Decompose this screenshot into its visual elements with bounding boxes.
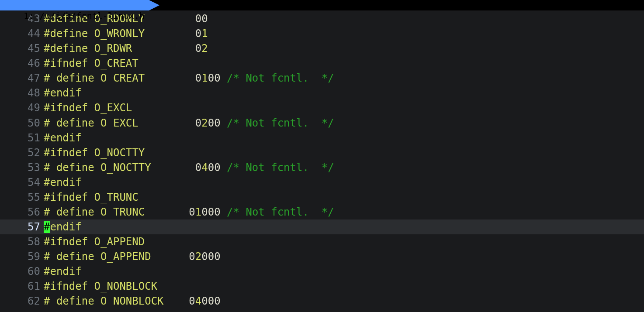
code-content: #define O_WRONLY 01 [44,26,644,41]
code-line[interactable]: 54#endif [0,175,644,190]
line-number: 54 [0,175,44,190]
code-line[interactable]: 50# define O_EXCL 0200 /* Not fcntl. */ [0,116,644,130]
code-content: #ifndef O_APPEND [44,234,644,249]
tab-file[interactable]: 1: /u/i/b/fcntl-linux.h [0,0,149,10]
line-number: 50 [0,116,44,130]
line-number: 52 [0,145,44,160]
code-content: #endif [44,264,644,279]
code-content: #define O_RDWR 02 [44,41,644,56]
line-number: 47 [0,71,44,86]
code-content: #endif [44,175,644,190]
code-line[interactable]: 56# define O_TRUNC 01000 /* Not fcntl. *… [0,205,644,219]
code-content: #endif [44,219,644,234]
line-number: 53 [0,160,44,175]
code-line[interactable]: 61#ifndef O_NONBLOCK [0,279,644,294]
cursor: # [44,221,50,233]
code-line[interactable]: 51#endif [0,130,644,145]
code-line[interactable]: 44#define O_WRONLY 01 [0,26,644,41]
line-number: 57 [0,219,44,234]
line-number: 48 [0,86,44,100]
line-number: 60 [0,264,44,279]
line-number: 45 [0,41,44,56]
tab-path: /u/i/b/fcntl-linux.h [39,10,145,21]
code-content: #ifndef O_EXCL [44,100,644,115]
code-content: # define O_TRUNC 01000 /* Not fcntl. */ [44,205,644,219]
editor-viewport[interactable]: 43#define O_RDONLY 0044#define O_WRONLY … [0,11,644,309]
code-line[interactable]: 55#ifndef O_TRUNC [0,190,644,205]
code-line[interactable]: 62# define O_NONBLOCK 04000 [0,294,644,309]
code-line[interactable]: 57#endif [0,219,644,234]
line-number: 56 [0,205,44,219]
line-number: 51 [0,130,44,145]
code-line[interactable]: 53# define O_NOCTTY 0400 /* Not fcntl. *… [0,160,644,175]
code-content: #endif [44,86,644,100]
code-content: #endif [44,130,644,145]
code-line[interactable]: 49#ifndef O_EXCL [0,100,644,115]
code-content: # define O_CREAT 0100 /* Not fcntl. */ [44,71,644,86]
code-line[interactable]: 58#ifndef O_APPEND [0,234,644,249]
code-line[interactable]: 47# define O_CREAT 0100 /* Not fcntl. */ [0,71,644,86]
code-content: # define O_APPEND 02000 [44,249,644,264]
code-line[interactable]: 59# define O_APPEND 02000 [0,249,644,264]
line-number: 59 [0,249,44,264]
code-line[interactable]: 60#endif [0,264,644,279]
tab-index: 1 [24,10,29,21]
code-content: #ifndef O_CREAT [44,56,644,71]
code-content: # define O_EXCL 0200 /* Not fcntl. */ [44,116,644,130]
code-line[interactable]: 45#define O_RDWR 02 [0,41,644,56]
code-content: #ifndef O_NOCTTY [44,145,644,160]
code-line[interactable]: 52#ifndef O_NOCTTY [0,145,644,160]
line-number: 61 [0,279,44,294]
code-line[interactable]: 46#ifndef O_CREAT [0,56,644,71]
code-content: # define O_NOCTTY 0400 /* Not fcntl. */ [44,160,644,175]
code-line[interactable]: 48#endif [0,86,644,100]
line-number: 62 [0,294,44,309]
line-number: 55 [0,190,44,205]
line-number: 49 [0,100,44,115]
line-number: 58 [0,234,44,249]
code-content: # define O_NONBLOCK 04000 [44,294,644,309]
tab-bar: 1: /u/i/b/fcntl-linux.h [0,0,644,10]
code-content: #ifndef O_TRUNC [44,190,644,205]
line-number: 46 [0,56,44,71]
code-content: #ifndef O_NONBLOCK [44,279,644,294]
